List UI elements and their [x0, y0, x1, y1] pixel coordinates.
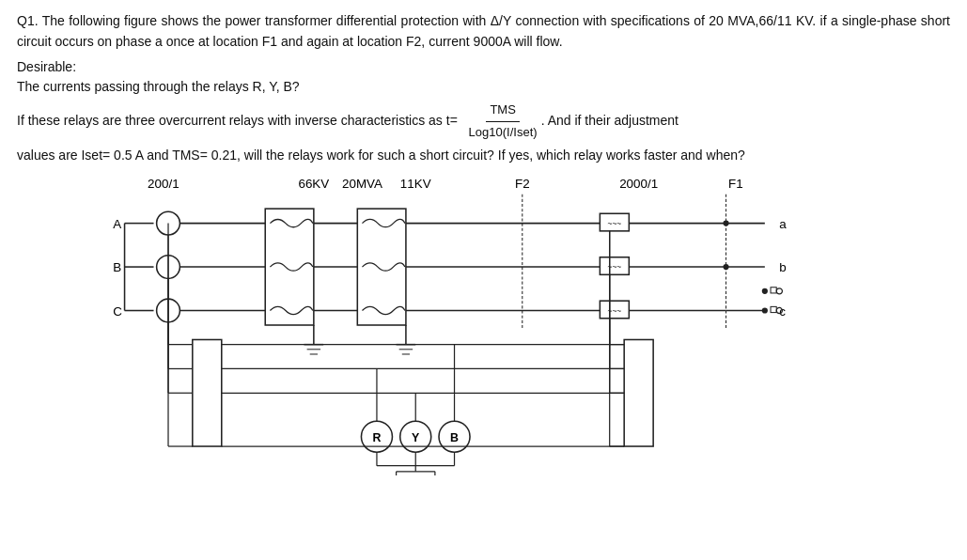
relay-R-label: R — [372, 431, 381, 444]
label-f1: F1 — [728, 178, 743, 192]
dot-c1 — [762, 288, 768, 294]
question-text: Q1. The following figure shows the power… — [17, 11, 950, 52]
frac-Iset: Iset — [513, 125, 533, 139]
coil-delta-B — [270, 263, 312, 271]
label-20mva: 20MVA — [342, 178, 382, 192]
phase-A-label: A — [113, 217, 121, 231]
formula-suffix: . And if their adjustment — [541, 111, 678, 132]
phase-C-label: C — [113, 304, 122, 319]
sq2 — [771, 307, 776, 313]
label-11kv: 11KV — [400, 178, 431, 192]
coil-delta-A — [270, 220, 312, 227]
coil-delta-C — [270, 307, 312, 315]
phase-B-label: B — [113, 261, 121, 275]
coil-wye-B — [362, 263, 404, 271]
coil-wye-C — [362, 307, 404, 315]
relay-Y-label: Y — [412, 431, 420, 444]
phase-b-label: b — [779, 261, 786, 275]
phase-a-label: a — [779, 217, 787, 231]
q-number: Q1. — [17, 13, 39, 28]
fraction-denominator: Log10(I/Iset) — [465, 122, 541, 142]
relay-box-right — [624, 340, 653, 447]
coil-wye-A — [362, 220, 404, 227]
label-f2: F2 — [515, 178, 530, 192]
formula-line: If these relays are three overcurrent re… — [17, 101, 950, 141]
circuit-diagram: 200/1 66KV 20MVA 11KV F2 2000/1 F1 A B C… — [17, 175, 950, 475]
svg-text:~~~: ~~~ — [608, 220, 622, 228]
desirable-label: Desirable: — [17, 57, 950, 77]
fraction-numerator: TMS — [486, 101, 519, 121]
label-200-1: 200/1 — [148, 178, 179, 192]
sq1 — [771, 288, 776, 293]
q-text1: The following figure shows the power tra… — [17, 13, 950, 49]
dot-c3 — [776, 288, 782, 294]
last-line: values are Iset= 0.5 A and TMS= 0.21, wi… — [17, 146, 950, 166]
formula-fraction: TMS Log10(I/Iset) — [465, 101, 541, 141]
formula-prefix: If these relays are three overcurrent re… — [17, 111, 458, 132]
log10-label: Log10 — [469, 125, 503, 139]
frac-I: I — [507, 125, 510, 139]
dot-c2 — [762, 308, 768, 314]
desirable-block: Desirable: The currents passing through … — [17, 57, 950, 97]
relay-box-left — [193, 340, 222, 447]
page: Q1. The following figure shows the power… — [0, 0, 967, 483]
desirable-text: The currents passing through the relays … — [17, 77, 950, 97]
label-66kv: 66KV — [298, 178, 329, 192]
label-2000-1: 2000/1 — [619, 178, 658, 192]
relay-B-label: B — [450, 431, 459, 444]
diagram-area: 200/1 66KV 20MVA 11KV F2 2000/1 F1 A B C… — [17, 175, 950, 475]
